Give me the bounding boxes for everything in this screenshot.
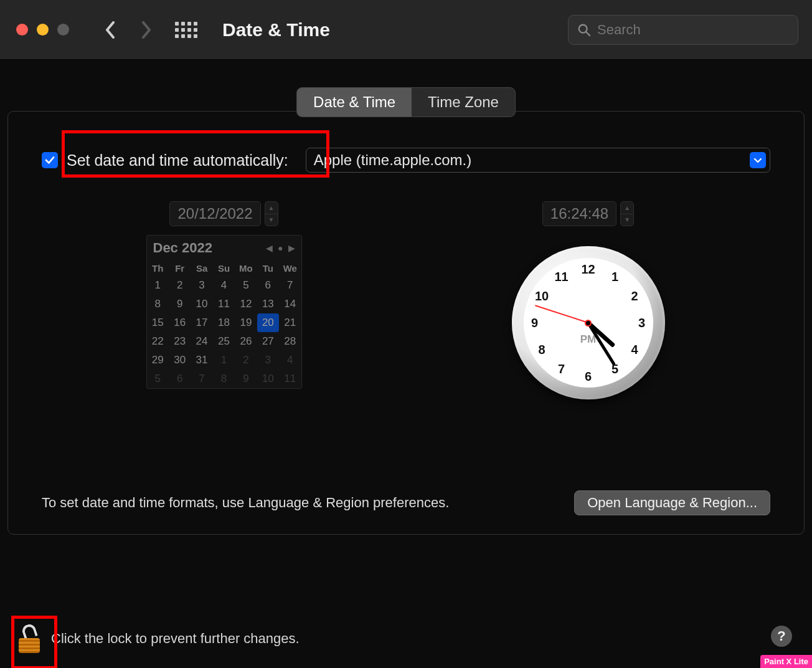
auto-set-checkbox[interactable] xyxy=(42,152,58,168)
calendar-day[interactable]: 17 xyxy=(191,313,212,332)
minimize-window-button[interactable] xyxy=(37,24,49,36)
back-button[interactable] xyxy=(98,17,123,42)
show-all-button[interactable] xyxy=(175,22,197,38)
forward-button[interactable] xyxy=(134,17,159,42)
calendar-day[interactable]: 29 xyxy=(147,351,169,370)
calendar-weekday: Su xyxy=(213,260,235,276)
calendar-day[interactable]: 7 xyxy=(279,276,301,295)
calendar-day: 4 xyxy=(279,351,301,370)
clock-number: 5 xyxy=(611,362,618,376)
calendar-weekday: We xyxy=(279,260,301,276)
calendar-day[interactable]: 9 xyxy=(169,295,191,313)
search-field[interactable] xyxy=(568,15,798,45)
calendar-day[interactable]: 15 xyxy=(147,313,169,332)
tab-bar: Date & Time Time Zone xyxy=(296,87,516,117)
formats-hint: To set date and time formats, use Langua… xyxy=(42,495,562,511)
calendar-day[interactable]: 26 xyxy=(235,332,257,351)
analog-clock: PM 123456789101112 xyxy=(512,246,665,399)
settings-panel: Set date and time automatically: Apple (… xyxy=(7,111,805,535)
calendar-day[interactable]: 16 xyxy=(169,313,191,332)
watermark: Paint X Lite xyxy=(760,655,812,668)
calendar-day[interactable]: 30 xyxy=(169,351,191,370)
svg-line-1 xyxy=(586,32,590,36)
stepper-down-icon[interactable]: ▼ xyxy=(265,214,278,226)
calendar-day[interactable]: 3 xyxy=(191,276,212,295)
time-server-value: Apple (time.apple.com.) xyxy=(314,151,471,169)
calendar-day[interactable]: 24 xyxy=(191,332,212,351)
calendar-day[interactable]: 20 xyxy=(257,313,279,332)
calendar-day: 3 xyxy=(257,351,279,370)
calendar-day[interactable]: 12 xyxy=(235,295,257,313)
clock-number: 6 xyxy=(585,370,592,384)
stepper-up-icon[interactable]: ▲ xyxy=(621,202,633,214)
calendar-day: 8 xyxy=(213,370,235,388)
clock-number: 12 xyxy=(581,262,595,277)
clock-number: 3 xyxy=(638,316,645,330)
calendar-prev-month[interactable]: ◀ xyxy=(266,243,273,253)
calendar-weekday: Tu xyxy=(257,260,279,276)
clock-number: 7 xyxy=(558,362,565,376)
calendar-day: 2 xyxy=(235,351,257,370)
clock-pivot xyxy=(585,320,592,327)
stepper-up-icon[interactable]: ▲ xyxy=(265,202,278,214)
calendar-day[interactable]: 13 xyxy=(257,295,279,313)
stepper-down-icon[interactable]: ▼ xyxy=(621,214,633,226)
calendar-next-month[interactable]: ▶ xyxy=(288,243,295,253)
lock-icon[interactable] xyxy=(17,624,42,653)
calendar-day[interactable]: 31 xyxy=(191,351,212,370)
date-field[interactable]: 20/12/2022 ▲ ▼ xyxy=(169,201,278,226)
clock-number: 8 xyxy=(538,343,545,357)
calendar-day[interactable]: 1 xyxy=(147,276,169,295)
clock-number: 1 xyxy=(611,269,618,284)
calendar-day[interactable]: 19 xyxy=(235,313,257,332)
calendar-day[interactable]: 22 xyxy=(147,332,169,351)
time-field[interactable]: 16:24:48 ▲ ▼ xyxy=(542,201,634,226)
toolbar: Date & Time xyxy=(0,0,812,60)
clock-number: 11 xyxy=(554,269,568,284)
calendar-weekday: Fr xyxy=(169,260,191,276)
calendar-day[interactable]: 11 xyxy=(213,295,235,313)
calendar-weekday: Sa xyxy=(191,260,212,276)
clock-number: 10 xyxy=(535,289,549,303)
time-value: 16:24:48 xyxy=(542,201,616,226)
calendar-day[interactable]: 21 xyxy=(279,313,301,332)
calendar-day[interactable]: 28 xyxy=(279,332,301,351)
open-language-region-button[interactable]: Open Language & Region... xyxy=(574,490,770,515)
close-window-button[interactable] xyxy=(16,24,28,36)
second-hand xyxy=(535,305,588,323)
help-button[interactable]: ? xyxy=(771,626,792,647)
calendar-day: 1 xyxy=(213,351,235,370)
calendar-day[interactable]: 4 xyxy=(213,276,235,295)
calendar[interactable]: Dec 2022 ◀ ● ▶ ThFrSaSuMoTuWe12345678910… xyxy=(146,235,302,389)
date-stepper[interactable]: ▲ ▼ xyxy=(265,201,278,226)
clock-number: 4 xyxy=(631,343,638,357)
search-input[interactable] xyxy=(597,22,789,38)
zoom-window-button[interactable] xyxy=(57,24,69,36)
calendar-day[interactable]: 23 xyxy=(169,332,191,351)
dropdown-icon xyxy=(750,152,766,168)
calendar-month: Dec 2022 xyxy=(153,240,212,256)
calendar-day: 5 xyxy=(147,370,169,388)
calendar-day[interactable]: 25 xyxy=(213,332,235,351)
window-title: Date & Time xyxy=(222,19,330,41)
calendar-day[interactable]: 6 xyxy=(257,276,279,295)
calendar-day[interactable]: 18 xyxy=(213,313,235,332)
window-controls xyxy=(16,24,69,36)
date-value: 20/12/2022 xyxy=(169,201,260,226)
tab-date-time[interactable]: Date & Time xyxy=(297,88,412,117)
time-server-select[interactable]: Apple (time.apple.com.) xyxy=(306,148,770,173)
calendar-day[interactable]: 14 xyxy=(279,295,301,313)
auto-set-label: Set date and time automatically: xyxy=(67,151,288,169)
calendar-day[interactable]: 10 xyxy=(191,295,212,313)
calendar-day[interactable]: 27 xyxy=(257,332,279,351)
calendar-day[interactable]: 2 xyxy=(169,276,191,295)
calendar-day[interactable]: 8 xyxy=(147,295,169,313)
calendar-weekday: Th xyxy=(147,260,169,276)
calendar-today[interactable]: ● xyxy=(278,243,283,253)
clock-number: 9 xyxy=(531,316,538,330)
calendar-day[interactable]: 5 xyxy=(235,276,257,295)
time-stepper[interactable]: ▲ ▼ xyxy=(620,201,634,226)
calendar-day: 10 xyxy=(257,370,279,388)
tab-time-zone[interactable]: Time Zone xyxy=(412,88,515,117)
search-icon xyxy=(577,23,591,37)
